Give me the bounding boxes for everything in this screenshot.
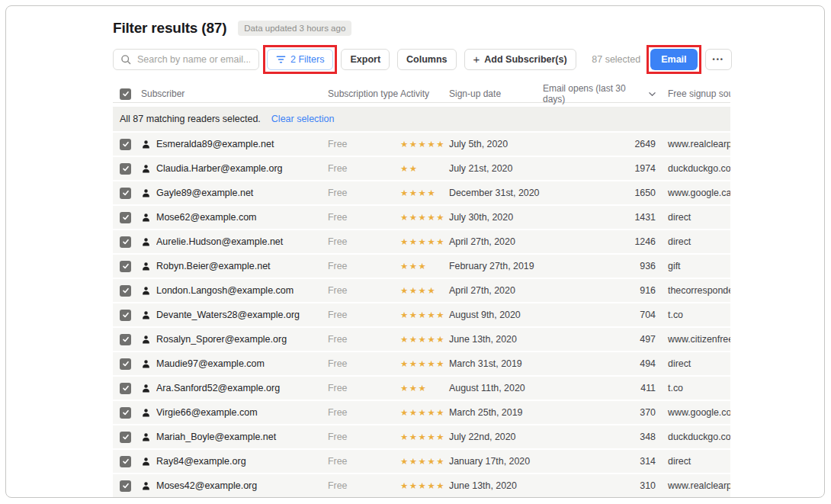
- subscriber-email: Aurelie.Hudson@example.net: [156, 236, 328, 247]
- table-row[interactable]: Claudia.Harber@example.org Free ★★ July …: [113, 157, 730, 180]
- email-opens-count: 916: [543, 285, 656, 296]
- activity-stars: ★★★★★: [400, 432, 449, 442]
- add-subscribers-button[interactable]: + Add Subscriber(s): [464, 49, 576, 70]
- signup-date: March 25th, 2019: [449, 407, 543, 418]
- table-row[interactable]: Mariah_Boyle@example.net Free ★★★★★ July…: [113, 425, 730, 448]
- export-button[interactable]: Export: [341, 49, 390, 70]
- check-icon: [122, 165, 130, 172]
- row-checkbox[interactable]: [120, 383, 131, 394]
- column-header-activity: Activity: [400, 88, 449, 99]
- subscription-type: Free: [328, 261, 400, 271]
- activity-stars: ★★★★★: [400, 456, 449, 467]
- table-row[interactable]: Maudie97@example.com Free ★★★★★ March 31…: [113, 352, 730, 375]
- check-icon: [122, 213, 130, 221]
- row-checkbox[interactable]: [120, 285, 131, 297]
- person-icon: [141, 188, 156, 198]
- table-row[interactable]: Virgie66@example.com Free ★★★★★ March 25…: [113, 401, 730, 424]
- data-updated-badge: Data updated 3 hours ago: [238, 21, 351, 36]
- subscription-type: Free: [328, 285, 400, 296]
- email-opens-count: 497: [543, 334, 656, 345]
- table-row[interactable]: Robyn.Beier@example.net Free ★★★ Februar…: [113, 255, 730, 278]
- table-row[interactable]: Aurelie.Hudson@example.net Free ★★★★★ Ap…: [113, 230, 730, 253]
- subscriber-email: Rosalyn_Sporer@example.org: [156, 334, 328, 345]
- table-row[interactable]: Ara.Sanford52@example.org Free ★★★ Augus…: [113, 377, 730, 400]
- columns-button-label: Columns: [406, 54, 447, 65]
- table-row[interactable]: Moses42@example.org Free ★★★★★ June 13th…: [113, 474, 730, 497]
- signup-date: February 27th, 2019: [449, 261, 543, 271]
- check-icon: [122, 433, 130, 441]
- activity-stars: ★★★★★: [400, 236, 449, 247]
- table-row[interactable]: London.Langosh@example.com Free ★★★★ Apr…: [113, 279, 730, 302]
- row-checkbox[interactable]: [120, 480, 131, 492]
- activity-stars: ★★★★★: [400, 139, 449, 149]
- row-checkbox[interactable]: [120, 188, 131, 199]
- column-header-email-opens[interactable]: Email opens (last 30 days): [543, 83, 656, 104]
- row-checkbox[interactable]: [120, 456, 131, 467]
- row-checkbox[interactable]: [120, 310, 131, 321]
- app-window: Filter results (87) Data updated 3 hours…: [5, 5, 825, 498]
- row-checkbox[interactable]: [120, 163, 131, 175]
- signup-date: March 31st, 2019: [449, 358, 543, 369]
- check-icon: [122, 140, 130, 148]
- column-header-free-signup-source: Free signup source: [656, 88, 730, 99]
- email-opens-count: 2649: [543, 139, 656, 149]
- person-icon: [141, 213, 156, 223]
- signup-date: December 31st, 2020: [449, 188, 543, 198]
- activity-stars: ★★★★★: [400, 212, 449, 223]
- export-button-label: Export: [350, 54, 380, 65]
- email-button[interactable]: Email: [650, 49, 697, 70]
- ellipsis-icon: •••: [713, 56, 724, 63]
- row-checkbox[interactable]: [120, 407, 131, 419]
- activity-stars: ★★★★★: [400, 334, 449, 345]
- row-checkbox[interactable]: [120, 334, 131, 345]
- free-signup-source: t.co: [656, 383, 730, 393]
- filters-button[interactable]: 2 Filters: [267, 49, 333, 70]
- subscription-type: Free: [328, 188, 400, 198]
- subscription-type: Free: [328, 163, 400, 174]
- table-row[interactable]: Mose62@example.com Free ★★★★★ July 30th,…: [113, 206, 730, 229]
- subscription-type: Free: [328, 358, 400, 369]
- free-signup-source: direct: [656, 212, 730, 223]
- table-row[interactable]: Ray84@example.org Free ★★★★★ January 17t…: [113, 450, 730, 473]
- filters-button-label: 2 Filters: [290, 54, 324, 65]
- column-header-subscriber: Subscriber: [141, 88, 328, 99]
- row-checkbox[interactable]: [120, 358, 131, 370]
- select-all-checkbox[interactable]: [120, 88, 131, 100]
- clear-selection-link[interactable]: Clear selection: [271, 114, 335, 124]
- free-signup-source: direct: [656, 236, 730, 247]
- table-row[interactable]: Gayle89@example.net Free ★★★★ December 3…: [113, 181, 730, 204]
- columns-button[interactable]: Columns: [397, 49, 456, 70]
- check-icon: [122, 189, 130, 197]
- person-icon: [141, 384, 156, 393]
- subscribers-page: Filter results (87) Data updated 3 hours…: [113, 18, 732, 498]
- signup-date: April 27th, 2020: [449, 236, 543, 247]
- row-checkbox[interactable]: [120, 212, 131, 223]
- check-icon: [122, 262, 130, 270]
- person-icon: [141, 335, 156, 345]
- person-icon: [141, 359, 156, 369]
- table-row[interactable]: Rosalyn_Sporer@example.org Free ★★★★★ Ju…: [113, 328, 730, 351]
- signup-date: July 30th, 2020: [449, 212, 543, 223]
- subscriber-email: Ray84@example.org: [156, 456, 328, 467]
- add-subscribers-label: Add Subscriber(s): [484, 54, 566, 65]
- more-actions-button[interactable]: •••: [705, 49, 732, 70]
- subscribers-table: Subscriber Subscription type Activity Si…: [113, 83, 730, 498]
- subscription-type: Free: [328, 310, 400, 320]
- table-row[interactable]: Esmeralda89@example.net Free ★★★★★ July …: [113, 133, 730, 156]
- email-opens-count: 704: [543, 310, 656, 320]
- free-signup-source: www.google.com: [656, 407, 730, 418]
- row-checkbox[interactable]: [120, 432, 131, 443]
- table-row[interactable]: Devante_Waters28@example.org Free ★★★★★ …: [113, 303, 730, 326]
- search-input[interactable]: [136, 53, 252, 66]
- person-icon: [141, 310, 156, 320]
- signup-date: June 13th, 2020: [449, 334, 543, 345]
- row-checkbox[interactable]: [120, 139, 131, 150]
- selection-banner: All 87 matching readers selected. Clear …: [113, 107, 730, 131]
- page-header: Filter results (87) Data updated 3 hours…: [113, 18, 732, 38]
- signup-date: June 13th, 2020: [449, 480, 543, 491]
- toolbar: 2 Filters Export Columns + Add Subscribe…: [113, 48, 732, 71]
- email-opens-count: 936: [543, 261, 656, 271]
- row-checkbox[interactable]: [120, 261, 131, 272]
- row-checkbox[interactable]: [120, 236, 131, 248]
- subscription-type: Free: [328, 480, 400, 491]
